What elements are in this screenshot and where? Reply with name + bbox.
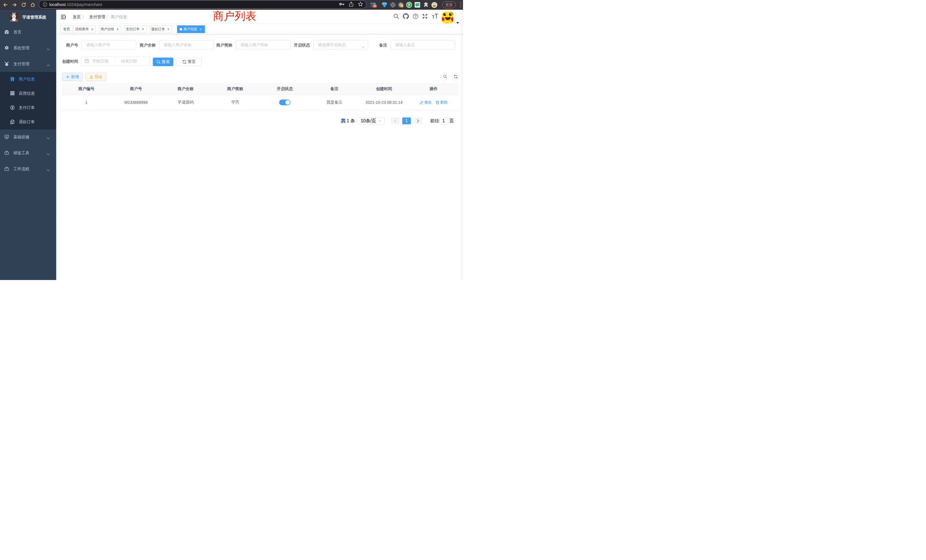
screen: localhost:1024/pay/merchant 10 1 — [0, 0, 463, 280]
extension-emoji-icon[interactable] — [431, 0, 437, 10]
collapse-sidebar-button[interactable] — [61, 15, 65, 19]
date-range-input[interactable]: 开始日期 - 结束日期 — [82, 57, 150, 66]
placeholder-text: 请输入商户号 — [86, 42, 110, 48]
sidebar-item-app-info[interactable]: 应用信息 — [0, 86, 56, 100]
edit-link[interactable]: 修改 — [420, 100, 432, 105]
merchant-no-input[interactable]: 请输入商户号 — [82, 41, 136, 50]
sidebar-item-pay[interactable]: 支付管理 — [0, 56, 56, 72]
sidebar-item-refund-order[interactable]: 退款订单 — [0, 115, 56, 129]
close-icon[interactable]: × — [199, 27, 203, 31]
sidebar-item-devtools[interactable]: 研发工具 — [0, 145, 56, 161]
status-toggle[interactable] — [279, 100, 291, 105]
share-icon[interactable] — [349, 2, 354, 7]
tag-merchant-info[interactable]: 商户信息× — [177, 26, 205, 33]
breadcrumb-home[interactable]: 首页 — [73, 10, 81, 24]
sidebar-item-workflow[interactable]: 工作流程 — [0, 161, 56, 177]
reset-button[interactable]: 重置 — [177, 58, 201, 66]
header-fullscreen-button[interactable] — [422, 14, 428, 20]
close-icon[interactable]: × — [141, 27, 145, 31]
sidebar-item-label: 工作流程 — [14, 161, 29, 177]
tag-process-form[interactable]: 流程表单× — [74, 26, 96, 33]
browser-update-button[interactable]: 更新 — [442, 2, 456, 8]
header-github-button[interactable] — [403, 13, 409, 20]
tag-pay-order[interactable]: 支付订单× — [124, 26, 147, 33]
extension-gem-icon[interactable] — [381, 0, 388, 10]
site-info-icon[interactable] — [43, 2, 47, 6]
start-date-placeholder[interactable]: 开始日期 — [89, 59, 112, 64]
tag-home[interactable]: 首页 — [61, 26, 73, 33]
font-size-icon — [432, 14, 438, 19]
browser-menu-button[interactable] — [459, 0, 462, 10]
extension-green-dot-icon[interactable]: 1 — [398, 0, 404, 10]
browser-reload-button[interactable] — [20, 0, 28, 10]
merchant-table: 商户编号 商户号 商户全称 商户简称 开启状态 备注 创建时间 操作 1 M23… — [62, 83, 458, 110]
close-icon[interactable]: × — [166, 27, 171, 31]
extension-chat-icon[interactable] — [414, 0, 421, 10]
next-page-button[interactable] — [414, 118, 422, 124]
close-icon[interactable]: × — [116, 27, 120, 31]
sidebar-item-home[interactable]: 首页 — [0, 24, 56, 40]
end-date-placeholder[interactable]: 结束日期 — [118, 59, 140, 64]
url-bar[interactable]: localhost:1024/pay/merchant — [39, 0, 366, 9]
label: 支付订单 — [126, 27, 140, 32]
add-button[interactable]: 新增 — [62, 73, 83, 81]
extensions-puzzle-icon[interactable] — [422, 0, 429, 10]
extension-command-icon[interactable] — [389, 0, 396, 10]
search-button[interactable]: 搜索 — [153, 58, 173, 66]
sidebar-logo[interactable]: 芋道管理系统 — [0, 10, 56, 24]
label: 条 — [350, 118, 355, 123]
tag-user-group[interactable]: 用户分组× — [99, 26, 121, 33]
tag-refund-order[interactable]: 退款订单× — [150, 26, 172, 33]
short-name-input[interactable]: 请输入商户简称 — [236, 41, 291, 50]
export-button[interactable]: 导出 — [86, 73, 106, 81]
placeholder-text: 请输入商户全称 — [163, 42, 192, 48]
command-circle-icon — [390, 2, 396, 8]
sidebar-item-label: 退款订单 — [19, 115, 35, 129]
fullscreen-icon — [422, 14, 428, 19]
chevron-up-icon — [47, 63, 50, 67]
toolbar-search-toggle-button[interactable] — [441, 73, 449, 80]
sidebar-item-infra[interactable]: 基础设施 — [0, 129, 56, 145]
filter-label-remark: 备注 — [379, 41, 387, 50]
close-icon[interactable]: × — [90, 27, 94, 31]
full-name-input[interactable]: 请输入商户全称 — [159, 41, 214, 50]
toolbar-refresh-button[interactable] — [452, 73, 460, 80]
header-help-button[interactable] — [413, 14, 418, 20]
url-host: localhost — [49, 2, 65, 7]
page-1-button[interactable]: 1 — [402, 118, 411, 124]
sidebar-item-label: 系统管理 — [14, 40, 29, 56]
label: 1 — [442, 118, 445, 123]
prev-page-button[interactable] — [391, 118, 399, 124]
extension-badge-1: 1 — [401, 4, 403, 8]
document-copy-icon — [10, 120, 15, 124]
extension-y-icon[interactable] — [406, 0, 413, 10]
yen-icon — [5, 62, 9, 66]
cell-merchant-no: M233666999 — [111, 95, 161, 110]
header-fontsize-button[interactable] — [432, 14, 438, 20]
status-select[interactable]: 请选择开启状态 — [313, 41, 368, 50]
page-size-select[interactable]: 10条/页 — [357, 118, 385, 124]
breadcrumb-pay[interactable]: 支付管理 — [89, 10, 105, 24]
sidebar-item-label: 支付订单 — [19, 100, 35, 115]
sidebar-item-merchant-info[interactable]: 商户信息 — [0, 72, 56, 86]
placeholder-text: 请输入备注 — [395, 42, 415, 48]
goto-page-input[interactable]: 1 — [439, 118, 448, 124]
bookmark-star-icon[interactable] — [358, 2, 363, 7]
label: 重置 — [188, 59, 196, 64]
password-key-icon[interactable] — [339, 2, 345, 7]
annotation-merchant-list: 商户列表 — [213, 11, 256, 21]
refresh-icon — [454, 75, 458, 79]
browser-forward-button[interactable] — [11, 0, 18, 10]
remark-input[interactable]: 请输入备注 — [390, 41, 455, 50]
plus-icon — [66, 75, 70, 79]
sidebar-item-system[interactable]: 系统管理 — [0, 40, 56, 56]
browser-back-button[interactable] — [2, 0, 9, 10]
delete-link[interactable]: 删除 — [436, 100, 448, 105]
cell-full-name: 芋道源码 — [161, 95, 210, 110]
header-search-button[interactable] — [393, 14, 399, 20]
yen-circle-icon — [10, 106, 15, 110]
sidebar-item-pay-order[interactable]: 支付订单 — [0, 100, 56, 115]
avatar[interactable] — [442, 12, 453, 23]
browser-home-button[interactable] — [29, 0, 37, 10]
extension-colorful-icon[interactable]: 10 — [370, 0, 377, 10]
